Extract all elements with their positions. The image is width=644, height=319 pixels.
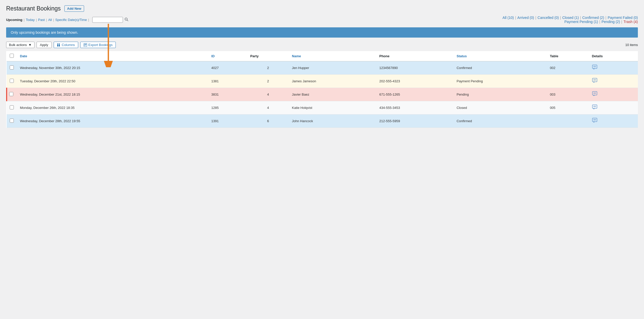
apply-button[interactable]: Apply xyxy=(37,42,52,48)
status-pending[interactable]: Pending (2) xyxy=(602,20,620,24)
search-button[interactable] xyxy=(124,17,129,23)
row-name: Katie Holqvist xyxy=(289,101,376,115)
svg-marker-17 xyxy=(593,82,595,83)
row-checkbox-cell[interactable] xyxy=(7,101,17,115)
status-trash[interactable]: Trash (4) xyxy=(624,20,638,24)
row-table xyxy=(547,115,589,128)
table-row: Wednesday, November 30th, 2022 20:15 402… xyxy=(7,61,638,75)
filter-specific-date[interactable]: Specific Date(s)/Time xyxy=(55,18,87,22)
row-status: Pending xyxy=(454,88,547,101)
col-name[interactable]: Name xyxy=(289,51,376,61)
row-status: Closed xyxy=(454,101,547,115)
table-body: Wednesday, November 30th, 2022 20:15 402… xyxy=(7,61,638,128)
svg-rect-12 xyxy=(592,65,597,69)
select-all-checkbox[interactable] xyxy=(10,54,14,58)
row-checkbox-cell[interactable] xyxy=(7,61,17,75)
status-cancelled[interactable]: Cancelled (0) xyxy=(537,16,559,20)
row-id: 1381 xyxy=(208,75,247,88)
row-table: 005 xyxy=(547,101,589,115)
col-date[interactable]: Date xyxy=(17,51,208,61)
row-details[interactable] xyxy=(589,75,638,88)
row-name: Jen Hupper xyxy=(289,61,376,75)
export-button[interactable]: Export Bookings xyxy=(80,42,116,48)
svg-rect-24 xyxy=(592,105,597,108)
toolbar: Bulk actions ▼ Apply Columns xyxy=(6,42,638,48)
table-row: Wednesday, December 21st, 2022 18:15 383… xyxy=(7,88,638,101)
row-details[interactable] xyxy=(589,115,638,128)
row-id: 4027 xyxy=(208,61,247,75)
row-checkbox[interactable] xyxy=(10,65,14,70)
status-arrived[interactable]: Arrived (0) xyxy=(517,16,534,20)
filter-today[interactable]: Today xyxy=(26,18,35,22)
comment-icon[interactable] xyxy=(592,64,597,70)
col-details: Details xyxy=(589,51,638,61)
row-id: 3831 xyxy=(208,88,247,101)
filter-upcoming[interactable]: Upcoming xyxy=(6,18,22,22)
svg-rect-5 xyxy=(59,44,60,44)
status-all[interactable]: All (10) xyxy=(502,16,514,20)
row-details[interactable] xyxy=(589,61,638,75)
row-checkbox-cell[interactable] xyxy=(7,75,17,88)
page-title: Restaurant Bookings xyxy=(6,5,61,12)
toolbar-left: Bulk actions ▼ Apply Columns xyxy=(6,42,116,48)
row-party: 4 xyxy=(247,101,289,115)
row-phone: 212-555-5959 xyxy=(376,115,454,128)
svg-rect-6 xyxy=(84,43,87,47)
status-confirmed[interactable]: Confirmed (2) xyxy=(582,16,604,20)
table-row: Tuesday, December 20th, 2022 22:50 1381 … xyxy=(7,75,638,88)
row-date: Wednesday, December 21st, 2022 18:15 xyxy=(17,88,208,101)
export-label: Export Bookings xyxy=(88,43,113,47)
table-row: Wednesday, December 28th, 2022 19:55 139… xyxy=(7,115,638,128)
bulk-actions-dropdown[interactable]: Bulk actions ▼ xyxy=(6,42,34,48)
comment-icon[interactable] xyxy=(592,78,597,83)
row-checkbox[interactable] xyxy=(10,79,14,83)
columns-button[interactable]: Columns xyxy=(54,42,78,48)
select-all-header[interactable] xyxy=(7,51,17,61)
svg-marker-13 xyxy=(593,69,595,70)
row-date: Wednesday, November 30th, 2022 20:15 xyxy=(17,61,208,75)
row-checkbox[interactable] xyxy=(9,92,13,96)
svg-rect-8 xyxy=(84,44,86,45)
col-status[interactable]: Status xyxy=(454,51,547,61)
row-checkbox-cell[interactable] xyxy=(7,115,17,128)
add-new-button[interactable]: Add New xyxy=(64,5,84,12)
row-id: 1285 xyxy=(208,101,247,115)
row-checkbox-cell[interactable] xyxy=(7,88,17,101)
row-table: 002 xyxy=(547,61,589,75)
status-closed[interactable]: Closed (1) xyxy=(562,16,579,20)
row-status: Confirmed xyxy=(454,61,547,75)
row-status: Confirmed xyxy=(454,115,547,128)
row-details[interactable] xyxy=(589,101,638,115)
row-party: 4 xyxy=(247,88,289,101)
row-name: John Hancock xyxy=(289,115,376,128)
bulk-actions-label: Bulk actions xyxy=(9,43,27,47)
filter-all[interactable]: All xyxy=(48,18,52,22)
filter-left: Upcoming | Today | Past | All | Specific… xyxy=(6,17,129,23)
bookings-table: Date ID Party Name Phone Status Table De… xyxy=(6,51,638,128)
svg-rect-9 xyxy=(84,45,86,45)
row-phone: 434-555-3453 xyxy=(376,101,454,115)
chevron-down-icon: ▼ xyxy=(28,43,32,47)
status-filters: All (10) | Arrived (0) | Cancelled (0) |… xyxy=(502,16,638,24)
columns-label: Columns xyxy=(62,43,75,47)
status-payment-pending[interactable]: Payment Pending (1) xyxy=(565,20,598,24)
status-payment-failed[interactable]: Payment Failed (0) xyxy=(608,16,638,20)
row-checkbox[interactable] xyxy=(10,119,14,123)
col-party: Party xyxy=(247,51,289,61)
svg-rect-28 xyxy=(592,118,597,122)
table-row: Monday, December 26th, 2022 18:35 1285 4… xyxy=(7,101,638,115)
svg-marker-21 xyxy=(593,95,595,96)
separator: | xyxy=(53,18,54,22)
filter-past[interactable]: Past xyxy=(38,18,45,22)
table-header-row: Date ID Party Name Phone Status Table De… xyxy=(7,51,638,61)
row-details[interactable] xyxy=(589,88,638,101)
comment-icon[interactable] xyxy=(592,91,597,97)
comment-icon[interactable] xyxy=(592,104,597,110)
row-name: James Jameson xyxy=(289,75,376,88)
col-id[interactable]: ID xyxy=(208,51,247,61)
comment-icon[interactable] xyxy=(592,118,597,123)
row-table xyxy=(547,75,589,88)
svg-rect-2 xyxy=(57,43,58,47)
search-input[interactable] xyxy=(92,17,123,23)
row-checkbox[interactable] xyxy=(10,105,14,109)
